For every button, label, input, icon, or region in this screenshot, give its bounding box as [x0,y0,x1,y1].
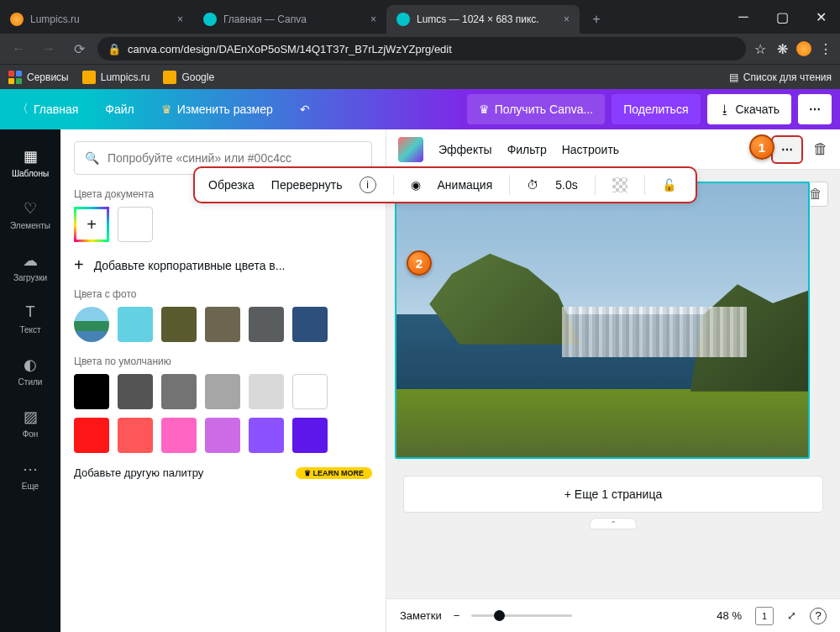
canvas-image[interactable] [395,182,810,459]
add-palette-label[interactable]: Добавьте другую палитру [74,466,203,479]
notes-button[interactable]: Заметки [400,609,442,622]
color-swatch[interactable] [205,374,240,409]
add-page-button[interactable]: + Еще 1 страница [403,476,823,513]
expand-pages-button[interactable]: ⌃ [590,518,637,529]
overflow-toolbar: Обрезка Перевернуть i ◉ Анимация ⏱ 5.0s … [193,166,697,203]
rail-uploads[interactable]: ☁Загрузки [0,240,60,292]
zoom-value[interactable]: 48 % [717,609,742,622]
color-swatch[interactable] [74,374,109,409]
browser-tab-1[interactable]: Главная — Canva × [193,5,386,34]
color-swatch[interactable] [292,374,328,409]
label: Добавьте корпоративные цвета в... [94,259,286,272]
cloud-icon: ☁ [21,251,39,270]
star-icon[interactable]: ☆ [753,41,768,56]
rail-text[interactable]: TТекст [0,292,60,345]
color-swatch[interactable] [118,207,153,242]
crop-button[interactable]: Обрезка [208,178,255,192]
lock-icon[interactable]: 🔓 [662,178,676,192]
rail-templates[interactable]: ▦Шаблоны [0,136,60,188]
rail-elements[interactable]: ♡Элементы [0,188,60,240]
reload-button[interactable]: ⟳ [67,37,91,61]
apps-shortcut[interactable]: Сервисы [8,71,69,84]
menu-icon[interactable]: ⋮ [818,41,833,56]
url-text: canva.com/design/DAEnXoP5oSM/14Q1T37r_B7… [128,43,452,55]
url-input[interactable]: 🔒 canva.com/design/DAEnXoP5oSM/14Q1T37r_… [97,37,746,61]
palette-icon: ◐ [21,356,39,374]
label: Элементы [10,221,50,230]
color-swatch[interactable] [118,307,153,342]
add-color-button[interactable]: + [74,207,109,242]
browser-tab-0[interactable]: Lumpics.ru × [0,5,193,34]
bookmark-label: Google [181,71,214,83]
browser-titlebar: Lumpics.ru × Главная — Canva × Lumcs — 1… [0,0,840,34]
timer-icon: ⏱ [527,178,538,192]
download-button[interactable]: ⭳Скачать [707,94,792,124]
color-swatch[interactable] [161,307,197,342]
bookmark-label: Lumpics.ru [101,71,150,83]
get-pro-button[interactable]: ♛Получить Canva... [467,94,606,124]
filter-button[interactable]: Фильтр [507,143,547,156]
file-menu[interactable]: Файл [97,97,142,121]
color-swatch[interactable] [74,307,109,342]
rail-more[interactable]: ⋯Еще [0,449,60,501]
color-swatch[interactable] [249,374,284,409]
extension-icon[interactable]: ❋ [774,41,790,56]
more-icon: ⋯ [21,460,39,478]
bookmark-label: Сервисы [27,71,69,83]
page-indicator[interactable]: 1 [755,607,774,625]
browser-tab-2[interactable]: Lumcs — 1024 × 683 пикс. × [386,5,580,34]
effects-button[interactable]: Эффекты [438,143,492,156]
zoom-out-icon[interactable]: − [454,609,460,622]
forward-button[interactable]: → [37,37,60,61]
color-swatch[interactable] [161,374,197,409]
bookmark-lumpics[interactable]: Lumpics.ru [82,71,150,84]
bookmark-google[interactable]: Google [163,71,214,84]
new-tab-button[interactable]: + [585,8,608,31]
duration-button[interactable]: 5.0s [555,178,577,192]
close-icon[interactable]: × [169,13,183,25]
add-corporate-colors[interactable]: + Добавьте корпоративные цвета в... [74,255,372,275]
profile-avatar[interactable] [796,41,811,56]
share-button[interactable]: Поделиться [612,94,700,124]
adjust-button[interactable]: Настроить [562,143,619,156]
maximize-button[interactable]: ▢ [763,0,801,34]
home-button[interactable]: 〈Главная [8,97,87,122]
color-swatch[interactable] [118,418,153,453]
more-button[interactable]: ⋯ [798,94,832,124]
color-swatch[interactable] [161,418,197,453]
color-picker-button[interactable] [398,137,423,162]
minimize-button[interactable]: ─ [724,0,763,34]
rail-styles[interactable]: ◐Стили [0,345,60,397]
color-swatch[interactable] [292,307,328,342]
close-icon[interactable]: × [362,13,376,25]
undo-button[interactable]: ↶ [291,97,318,121]
color-swatch[interactable] [249,307,284,342]
rail-background[interactable]: ▨Фон [0,397,60,449]
back-button[interactable]: ← [7,37,30,61]
plus-icon: + [74,255,84,275]
color-swatch[interactable] [249,418,284,453]
folder-icon [163,71,176,84]
color-swatch[interactable] [118,374,153,409]
delete-button[interactable]: 🗑 [813,140,828,158]
flip-button[interactable]: Перевернуть [271,178,343,192]
resize-button[interactable]: ♛Изменить размер [153,97,281,121]
color-swatch[interactable] [205,418,240,453]
bottom-bar: Заметки − 48 % 1 ⤢ ? [386,598,840,632]
transparency-icon[interactable] [612,177,627,192]
close-icon[interactable]: × [555,13,570,25]
color-swatch[interactable] [205,307,240,342]
color-swatch[interactable] [74,418,109,453]
help-button[interactable]: ? [810,608,827,624]
info-icon[interactable]: i [360,176,376,193]
color-swatch[interactable] [292,418,328,453]
context-more-button[interactable]: ⋯ [771,135,803,164]
fullscreen-button[interactable]: ⤢ [787,609,796,622]
animation-button[interactable]: Анимация [438,178,493,192]
reading-list-button[interactable]: ▤ Список для чтения [729,71,832,83]
label: Фон [23,429,39,439]
close-window-button[interactable]: ✕ [801,0,840,34]
learn-more-badge[interactable]: ♛ LEARN MORE [296,467,372,479]
zoom-slider[interactable] [471,614,572,617]
text-icon: T [21,303,39,322]
